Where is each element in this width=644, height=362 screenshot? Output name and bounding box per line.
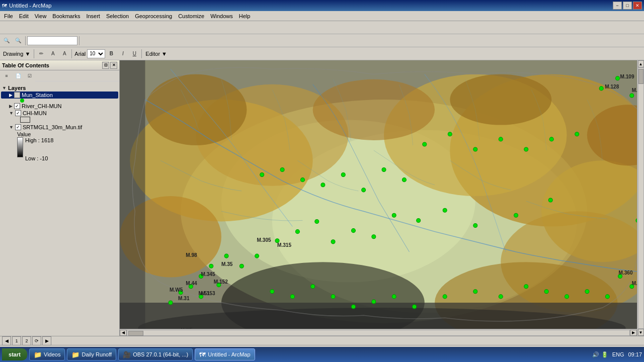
scroll-left-button[interactable]: ◀	[120, 330, 127, 336]
svg-point-75	[290, 295, 294, 299]
scroll-track-v[interactable]	[638, 67, 644, 329]
svg-text:M.345: M.345	[201, 272, 215, 277]
minimize-button[interactable]: −	[613, 2, 622, 10]
dem-checkbox[interactable]	[15, 124, 21, 130]
river-expand[interactable]: ▶	[9, 104, 13, 109]
map-area[interactable]: M.128 M.109 M.56 M.128 M.156 M.178 M.168…	[120, 60, 644, 336]
toc-float-button[interactable]: ⊡	[102, 62, 109, 69]
underline-button[interactable]: U	[129, 48, 140, 59]
zoom-in-button[interactable]: 🔍	[1, 35, 12, 46]
clock: 09:17	[628, 351, 642, 357]
bold-button[interactable]: B	[106, 48, 117, 59]
horizontal-scrollbar[interactable]: ◀ ▶	[120, 329, 637, 336]
menu-item-edit[interactable]: Edit	[16, 12, 32, 20]
taskbar-app-videos[interactable]: 📁 Videos	[29, 348, 65, 360]
svg-point-52	[209, 264, 213, 268]
drawing-sep2	[71, 49, 72, 58]
svg-text:M.W5: M.W5	[170, 287, 183, 293]
taskbar-right: 🔊 🔋 ENG 09:17	[592, 351, 642, 358]
scroll-down-button[interactable]: ▼	[638, 329, 644, 336]
drawing-label[interactable]: Drawing ▼	[1, 51, 32, 57]
nav-page1[interactable]: 1	[12, 336, 21, 345]
taskbar-app-arcmap[interactable]: 🗺 Untitled - ArcMap	[195, 348, 255, 360]
svg-point-86	[544, 290, 548, 294]
zoom-out-button[interactable]: 🔍	[13, 35, 24, 46]
taskbar-app-obs[interactable]: 🎥 OBS 27.0.1 (64-bit, ...)	[118, 348, 193, 360]
scale-input[interactable]: 1:1,470,044	[27, 36, 77, 45]
italic-button[interactable]: I	[117, 48, 128, 59]
svg-point-47	[295, 230, 299, 234]
layer-river[interactable]: ▶ River_CHI-MUN	[1, 103, 118, 110]
svg-text:M.44: M.44	[186, 281, 197, 286]
obs-icon: 🎥	[123, 351, 131, 358]
menu-item-insert[interactable]: Insert	[83, 12, 103, 20]
dem-expand[interactable]: ▼	[9, 125, 14, 130]
dem-high-label: High : 1618	[25, 137, 53, 143]
toc-source-view[interactable]: 📄	[13, 70, 24, 81]
toc-selection-view[interactable]: ☑	[24, 70, 35, 81]
chimun-checkbox[interactable]	[15, 110, 21, 116]
menu-item-view[interactable]: View	[32, 12, 50, 20]
toc-list-view[interactable]: ≡	[1, 70, 12, 81]
svg-point-22	[615, 76, 619, 80]
menu-item-help[interactable]: Help	[236, 12, 254, 20]
svg-point-68	[448, 132, 452, 136]
editor-label[interactable]: Editor ▼	[143, 51, 169, 57]
scroll-thumb-h[interactable]	[128, 331, 143, 336]
language-indicator: ENG	[612, 351, 624, 357]
nav-page2[interactable]: 2	[22, 336, 31, 345]
layers-expand[interactable]: ▼	[2, 85, 7, 90]
layer-chimun[interactable]: ▼ CHI-MUN	[1, 110, 118, 117]
dem-gradient-container: High : 1618 Low : -10	[17, 137, 117, 161]
title-bar-title: 🗺 Untitled - ArcMap	[2, 3, 51, 9]
menu-item-windows[interactable]: Windows	[207, 12, 236, 20]
nav-refresh[interactable]: ⟳	[32, 336, 41, 345]
draw-tool-1[interactable]: ✏	[36, 48, 47, 59]
layer-mun-station[interactable]: ▶ Mun_Station	[1, 92, 118, 99]
dailyrunoff-icon: 📁	[71, 351, 79, 358]
svg-point-42	[392, 213, 396, 217]
svg-point-37	[548, 198, 552, 202]
main-content: Table Of Contents ⊡ ✕ ≡ 📄 ☑ ▼ Layers ▶	[0, 60, 644, 336]
svg-point-71	[524, 147, 528, 151]
arcmap-icon: 🗺	[199, 351, 206, 358]
toolbar-separator	[25, 36, 26, 45]
scroll-right-button[interactable]: ▶	[630, 330, 637, 336]
scroll-thumb-v[interactable]	[638, 69, 643, 84]
draw-tool-2[interactable]: A	[47, 48, 58, 59]
svg-text:M.152: M.152	[214, 279, 228, 285]
svg-point-56	[169, 301, 173, 305]
toc-close-button[interactable]: ✕	[110, 62, 117, 69]
chimun-expand[interactable]: ▼	[9, 111, 14, 116]
river-checkbox[interactable]	[14, 103, 20, 109]
nav-next-button[interactable]: ▶	[42, 336, 51, 345]
obs-label: OBS 27.0.1 (64-bit, ...)	[133, 351, 188, 357]
menu-item-customize[interactable]: Customize	[175, 12, 207, 20]
svg-text:M.109: M.109	[620, 74, 634, 79]
vertical-scrollbar[interactable]: ▲ ▼	[637, 60, 644, 336]
svg-text:M.31: M.31	[178, 296, 190, 301]
menu-item-file[interactable]: File	[1, 12, 16, 20]
taskbar-app-dailyrunoff[interactable]: 📁 Daily Runoff	[67, 348, 116, 360]
menu-item-bookmarks[interactable]: Bookmarks	[49, 12, 83, 20]
scroll-up-button[interactable]: ▲	[638, 60, 644, 67]
toc-header: Table Of Contents ⊡ ✕	[0, 60, 119, 70]
menu-item-selection[interactable]: Selection	[103, 12, 132, 20]
svg-point-73	[575, 132, 579, 136]
maximize-button[interactable]: □	[623, 2, 632, 10]
videos-icon: 📁	[34, 351, 42, 358]
mun-station-checkbox[interactable]	[14, 92, 20, 98]
taskbar: start 📁 Videos 📁 Daily Runoff 🎥 OBS 27.0…	[0, 347, 644, 362]
font-size-select[interactable]: 1081214	[87, 49, 105, 58]
mun-station-expand[interactable]: ▶	[9, 93, 13, 98]
dem-spacer	[25, 143, 53, 155]
layer-dem[interactable]: ▼ SRTMGL1_30m_Mun.tif	[1, 124, 118, 131]
close-button[interactable]: ✕	[633, 2, 642, 10]
start-button[interactable]: start	[2, 348, 27, 360]
map-svg: M.128 M.109 M.56 M.128 M.156 M.178 M.168…	[120, 60, 644, 336]
menu-item-geoprocessing[interactable]: Geoprocessing	[132, 12, 175, 20]
scroll-track-h[interactable]	[127, 330, 630, 336]
draw-tool-3[interactable]: A	[59, 48, 70, 59]
svg-point-76	[311, 285, 315, 289]
nav-prev-button[interactable]: ◀	[2, 336, 11, 345]
